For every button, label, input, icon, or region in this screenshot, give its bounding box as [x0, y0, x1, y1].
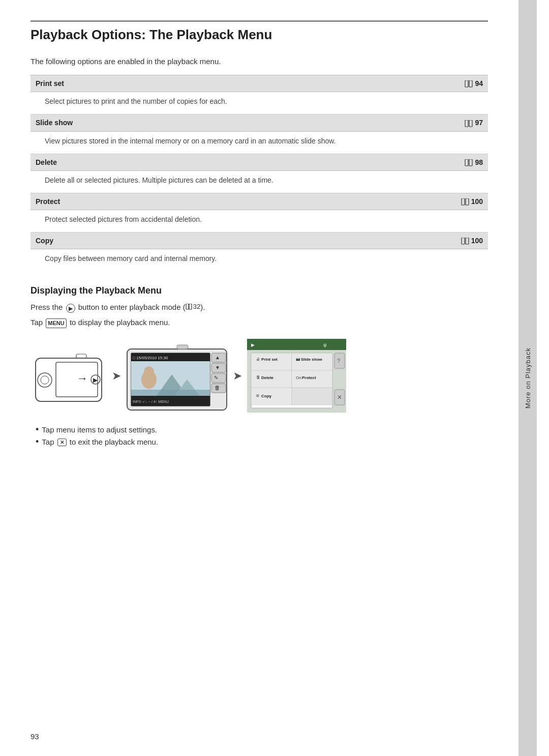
svg-rect-5	[469, 159, 472, 166]
sub-section-title: Displaying the Playback Menu	[30, 285, 488, 296]
svg-text:▶: ▶	[251, 342, 255, 347]
menu-label-4: Copy	[30, 232, 303, 249]
svg-text:□ 15/05/2010 15:30: □ 15/05/2010 15:30	[133, 356, 168, 360]
svg-text:✕: ✕	[337, 394, 342, 401]
menu-ref-4: 100	[303, 232, 488, 249]
menu-desc-text-0: Select pictures to print and the number …	[30, 92, 488, 114]
svg-rect-47	[251, 353, 292, 370]
svg-rect-48	[292, 353, 332, 370]
svg-rect-19	[76, 354, 86, 358]
svg-text:Slide show: Slide show	[301, 357, 323, 362]
svg-point-30	[144, 366, 154, 376]
svg-text:Delete: Delete	[261, 375, 274, 380]
svg-rect-10	[186, 304, 189, 309]
svg-text:🖨: 🖨	[256, 357, 260, 361]
svg-rect-2	[465, 120, 468, 127]
svg-rect-0	[465, 80, 468, 87]
svg-text:⊞: ⊞	[256, 394, 259, 397]
svg-text:🗑: 🗑	[256, 375, 260, 380]
svg-text:Copy: Copy	[261, 394, 272, 398]
diagrams-row: → ▶ ➤ □ 15/05/2010 15:30 0004.JPG	[30, 339, 488, 413]
book-ref-icon: 32	[186, 302, 200, 312]
svg-rect-6	[462, 198, 465, 205]
menu-item-desc-4: Copy files between memory card and inter…	[30, 249, 488, 272]
svg-rect-28	[131, 390, 210, 396]
menu-ref-1: 97	[303, 114, 488, 131]
menu-desc-text-4: Copy files between memory card and inter…	[30, 249, 488, 272]
svg-point-14	[38, 373, 52, 387]
menu-desc-text-3: Protect selected pictures from accidenta…	[30, 210, 488, 232]
right-tab-label: More on Playback	[524, 347, 532, 409]
menu-item-desc-0: Select pictures to print and the number …	[30, 92, 488, 114]
bullet-text-1: Tap menu items to adjust settings.	[42, 425, 157, 434]
svg-rect-12	[36, 358, 102, 401]
svg-text:Protect: Protect	[302, 375, 316, 380]
intro-text: The following options are enabled in the…	[30, 57, 488, 66]
close-icon: ✕	[57, 439, 67, 446]
menu-item-header-0: Print set 94	[30, 75, 488, 92]
bullet-item-2: • Tap ✕ to exit the playback menu.	[36, 437, 488, 446]
svg-rect-41	[177, 345, 188, 349]
svg-rect-4	[465, 159, 468, 166]
svg-text:▼: ▼	[215, 365, 220, 370]
camera-screen-sketch: □ 15/05/2010 15:30 0004.JPG ▲ ▼ ✎	[126, 339, 228, 413]
page-header: Playback Options: The Playback Menu	[30, 20, 488, 43]
svg-rect-60	[292, 388, 332, 405]
svg-text:ψ: ψ	[323, 342, 326, 347]
camera-sketch: → ▶	[30, 345, 107, 406]
svg-text:▲: ▲	[215, 355, 220, 360]
svg-text:▶: ▶	[93, 376, 98, 384]
menu-ref-0: 94	[303, 75, 488, 92]
bullet-dot-2: •	[36, 437, 39, 446]
svg-rect-9	[466, 238, 469, 244]
svg-text:INFO   ✓↓ ←/  4↑  MENU: INFO ✓↓ ←/ 4↑ MENU	[133, 400, 169, 403]
menu-item-header-1: Slide show 97	[30, 114, 488, 131]
menu-item-header-2: Delete 98	[30, 154, 488, 171]
menu-item-desc-2: Delete all or selected pictures. Multipl…	[30, 170, 488, 193]
svg-rect-43	[247, 339, 346, 350]
arrow-step2: ➤	[233, 369, 242, 383]
menu-desc-text-1: View pictures stored in the internal mem…	[30, 131, 488, 154]
svg-rect-3	[469, 120, 472, 127]
svg-text:✎: ✎	[214, 375, 218, 381]
menu-label-0: Print set	[30, 75, 303, 92]
menu-table: Print set 94 Select pictures to print an…	[30, 75, 488, 271]
menu-item-header-3: Protect 100	[30, 193, 488, 210]
svg-text:?: ?	[337, 358, 340, 364]
svg-rect-8	[462, 238, 465, 244]
svg-text:📷: 📷	[296, 357, 300, 361]
menu-label-1: Slide show	[30, 114, 303, 131]
svg-text:→: →	[77, 372, 88, 385]
menu-ref-3: 100	[303, 193, 488, 210]
bullet-list: • Tap menu items to adjust settings. • T…	[36, 425, 488, 446]
menu-button-icon: MENU	[46, 318, 66, 329]
page-number: 93	[30, 732, 39, 741]
menu-ref-2: 98	[303, 154, 488, 171]
svg-text:Print set: Print set	[261, 357, 278, 362]
right-tab: More on Playback	[518, 0, 537, 756]
bullet-dot-1: •	[36, 425, 39, 434]
menu-label-3: Protect	[30, 193, 303, 210]
step1-text: Press the ▶ button to enter playback mod…	[30, 301, 488, 313]
menu-item-header-4: Copy 100	[30, 232, 488, 249]
bullet-item-1: • Tap menu items to adjust settings.	[36, 425, 488, 434]
playback-button-icon: ▶	[66, 304, 75, 313]
menu-label-2: Delete	[30, 154, 303, 171]
menu-item-desc-3: Protect selected pictures from accidenta…	[30, 210, 488, 232]
arrow-step1: ➤	[112, 369, 121, 383]
svg-text:On: On	[296, 375, 301, 380]
svg-text:🗑: 🗑	[215, 385, 220, 391]
menu-desc-text-2: Delete all or selected pictures. Multipl…	[30, 170, 488, 193]
svg-rect-11	[189, 304, 192, 309]
bullet-text-2: Tap ✕ to exit the playback menu.	[42, 438, 158, 447]
svg-point-15	[41, 376, 49, 384]
svg-rect-1	[469, 80, 472, 87]
step2-text: Tap MENU to display the playback menu.	[30, 316, 488, 329]
menu-overlay-sketch: ▶ ψ 🖨 Print set 📷 Slide show 🗑 Delete On	[247, 339, 346, 413]
svg-rect-7	[466, 198, 469, 205]
menu-item-desc-1: View pictures stored in the internal mem…	[30, 131, 488, 154]
page-title: Playback Options: The Playback Menu	[30, 27, 488, 43]
